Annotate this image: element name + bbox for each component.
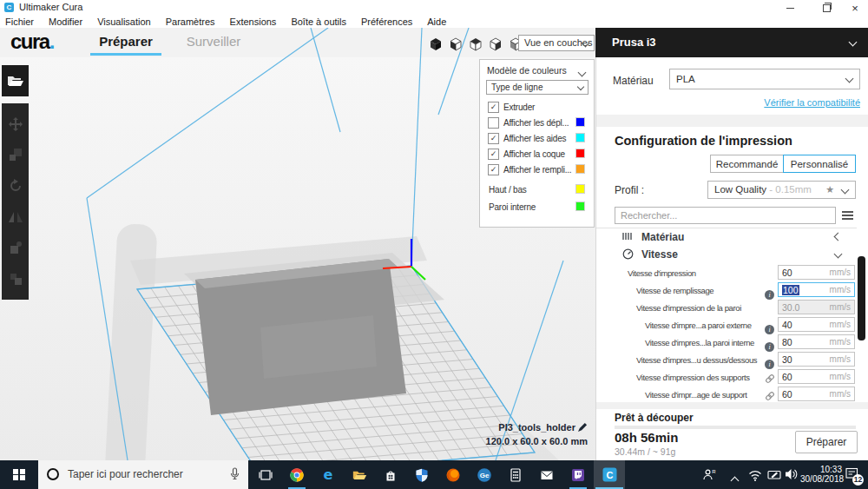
- setting-value-field[interactable]: 60mm/s: [778, 369, 855, 384]
- title-bar: C Ultimaker Cura ×: [0, 0, 868, 15]
- taskbar-app-calculator[interactable]: [500, 460, 531, 489]
- custom-mode-button[interactable]: Personnalisé: [783, 155, 856, 173]
- taskbar-app-defender[interactable]: [406, 460, 437, 489]
- option-row-top-bottom: Haut / bas: [480, 184, 594, 196]
- settings-menu-icon[interactable]: [842, 211, 853, 221]
- people-icon[interactable]: R: [703, 468, 717, 485]
- setting-value-field[interactable]: 30.0mm/s: [778, 300, 855, 314]
- tab-surveiller[interactable]: Surveiller: [181, 34, 247, 49]
- recommended-mode-button[interactable]: Recommandé: [710, 155, 784, 173]
- settings-search-input[interactable]: [615, 207, 836, 224]
- taskbar-app-cura[interactable]: C: [594, 460, 625, 489]
- prepare-button[interactable]: Préparer: [795, 431, 858, 453]
- info-icon[interactable]: i: [765, 354, 775, 365]
- restore-button[interactable]: [812, 0, 841, 15]
- chrome-icon: [290, 468, 304, 482]
- show-infill-checkbox[interactable]: ✓: [488, 164, 499, 175]
- line-type-dropdown[interactable]: Type de ligne: [486, 80, 589, 95]
- per-model-settings-button[interactable]: [8, 240, 23, 255]
- menu-extensions[interactable]: Extensions: [230, 17, 277, 27]
- taskbar-app-mail[interactable]: [531, 460, 562, 489]
- camera-view-buttons: [429, 37, 523, 51]
- pen-input-icon[interactable]: [767, 468, 782, 485]
- profile-dropdown[interactable]: Low Quality - 0.15mm ★: [707, 181, 856, 199]
- info-icon[interactable]: i: [765, 285, 775, 295]
- tray-clock[interactable]: 10:33 30/08/2018: [800, 465, 842, 484]
- link-icon[interactable]: [765, 389, 775, 400]
- info-icon[interactable]: i: [765, 320, 775, 330]
- setting-value-field[interactable]: 60mm/s: [778, 265, 855, 280]
- support-blocker-button[interactable]: [8, 271, 23, 287]
- close-button[interactable]: ×: [840, 0, 868, 15]
- taskbar-app-store[interactable]: [375, 460, 406, 489]
- tab-preparer[interactable]: Préparer: [90, 34, 161, 49]
- extruder-checkbox[interactable]: ✓: [488, 102, 499, 113]
- twitch-icon: [571, 468, 585, 482]
- setting-value-field[interactable]: 60mm/s: [778, 387, 855, 401]
- cortana-icon: [47, 468, 59, 480]
- model-name[interactable]: PI3_tools_holder: [473, 422, 588, 433]
- view-mode-dropdown[interactable]: Vue en couches: [518, 35, 595, 51]
- chevron-left-icon: [834, 233, 843, 241]
- show-helpers-checkbox[interactable]: ✓: [488, 133, 499, 144]
- menu-parametres[interactable]: Paramètres: [166, 17, 215, 27]
- taskbar-search[interactable]: Taper ici pour rechercher: [38, 460, 248, 489]
- action-center-icon[interactable]: 12: [845, 467, 865, 485]
- wifi-icon[interactable]: [748, 468, 762, 486]
- taskbar-app-geforce[interactable]: Ge: [469, 460, 500, 489]
- star-icon[interactable]: ★: [825, 182, 834, 198]
- inner-wall-color-swatch: [575, 202, 585, 211]
- edit-pencil-icon[interactable]: [578, 422, 588, 432]
- settings-scrollbar[interactable]: [858, 256, 865, 340]
- open-file-button[interactable]: [2, 65, 29, 96]
- start-button[interactable]: [0, 460, 38, 489]
- cura-taskbar-icon: C: [602, 467, 617, 482]
- taskbar-app-edge[interactable]: e: [312, 460, 344, 489]
- rotate-tool-button[interactable]: [8, 178, 23, 194]
- link-icon[interactable]: [765, 372, 775, 382]
- setting-value-field[interactable]: 80mm/s: [778, 334, 855, 349]
- menu-preferences[interactable]: Préférences: [361, 17, 412, 27]
- menu-aide[interactable]: Aide: [427, 17, 446, 27]
- show-shell-checkbox[interactable]: ✓: [488, 149, 499, 160]
- setting-value-field[interactable]: 40mm/s: [778, 317, 855, 332]
- menu-fichier[interactable]: Fichier: [5, 17, 34, 27]
- svg-text:e: e: [324, 467, 333, 483]
- microphone-icon[interactable]: [229, 467, 240, 481]
- task-view-button[interactable]: [250, 460, 281, 489]
- menu-boite-a-outils[interactable]: Boîte à outils: [291, 17, 346, 27]
- check-compatibility-link[interactable]: Vérifier la compatibilité: [700, 97, 860, 108]
- chevron-up-icon[interactable]: [732, 472, 738, 487]
- material-value: PLA: [676, 74, 695, 84]
- view-3d-icon[interactable]: [429, 37, 443, 51]
- geforce-icon: Ge: [477, 468, 491, 482]
- minimize-button[interactable]: [775, 0, 805, 15]
- print-setup-title: Configuration de l'impression: [615, 134, 792, 148]
- view-front-icon[interactable]: [449, 37, 463, 51]
- print-time-estimate: 08h 56min: [615, 430, 678, 445]
- taskbar-app-file-explorer[interactable]: [344, 460, 375, 489]
- move-tool-button[interactable]: [8, 116, 23, 132]
- menu-bar: Fichier Modifier Visualisation Paramètre…: [0, 15, 868, 28]
- scale-tool-button[interactable]: [8, 147, 23, 162]
- show-travels-checkbox[interactable]: [488, 117, 499, 129]
- mirror-tool-button[interactable]: [8, 209, 23, 225]
- material-dropdown[interactable]: PLA: [669, 69, 860, 89]
- info-icon[interactable]: i: [765, 337, 775, 347]
- view-top-icon[interactable]: [469, 37, 483, 51]
- taskbar-app-firefox[interactable]: [437, 460, 469, 489]
- setting-value-field[interactable]: 100mm/s: [778, 282, 855, 297]
- option-row-inner-wall: Paroi interne: [480, 202, 594, 214]
- chevron-down-icon[interactable]: [578, 69, 587, 77]
- section-materiau[interactable]: Matériau: [596, 228, 857, 246]
- menu-visualisation[interactable]: Visualisation: [97, 17, 151, 27]
- machine-selector[interactable]: Prusa i3: [595, 28, 868, 57]
- setting-value-field[interactable]: 30mm/s: [778, 352, 855, 367]
- section-vitesse[interactable]: Vitesse: [596, 246, 857, 263]
- view-left-icon[interactable]: [489, 37, 503, 51]
- speaker-icon[interactable]: [785, 468, 798, 484]
- taskbar-app-chrome[interactable]: [281, 460, 312, 489]
- taskbar-app-twitch[interactable]: [562, 460, 594, 489]
- menu-modifier[interactable]: Modifier: [49, 17, 82, 27]
- divider: [596, 402, 868, 409]
